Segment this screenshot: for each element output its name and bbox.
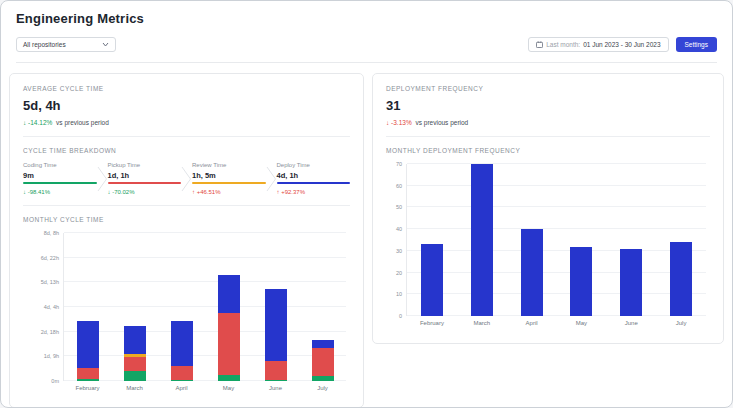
- y-axis-tick: 70: [396, 161, 402, 167]
- monthly-cycle-time-plot: 0m1d, 9h2d, 18h4d, 4h5d, 13h6d, 22h8d, 8…: [63, 233, 346, 381]
- delta-change: ↓ -14.12%: [23, 119, 52, 126]
- breakdown-stage-coding-time: Coding Time9m↓ -98.41%: [23, 162, 97, 195]
- bar-segment: [421, 244, 443, 316]
- average-cycle-time-delta: ↓ -14.12% vs previous period: [23, 119, 350, 126]
- average-cycle-time-title: Average Cycle Time: [23, 85, 350, 92]
- gridline: [407, 250, 706, 251]
- stage-underline: [23, 182, 97, 184]
- stage-label: Pickup Time: [108, 162, 182, 168]
- x-axis-label: March: [126, 385, 143, 391]
- repository-filter-select[interactable]: All repositories: [16, 37, 116, 52]
- bar-segment-coding-time: [171, 380, 193, 381]
- header: Engineering Metrics All repositories Las…: [1, 1, 732, 63]
- gridline: [64, 257, 346, 258]
- bar-segment-pickup-time: [312, 348, 334, 376]
- gridline: [64, 232, 346, 233]
- breakdown-stage-deploy-time: Deploy Time4d, 1h↑ +92.37%: [277, 162, 351, 195]
- chevron-right-icon: [181, 162, 192, 195]
- bar-february[interactable]: [421, 164, 443, 316]
- bar-segment-pickup-time: [265, 361, 287, 380]
- stage-value: 9m: [23, 171, 97, 180]
- bar-june[interactable]: [620, 164, 642, 316]
- deployment-frequency-title: Deployment Frequency: [386, 85, 710, 92]
- stage-delta: ↑ +46.51%: [192, 189, 266, 195]
- y-axis-tick: 5d, 13h: [41, 279, 59, 285]
- bar-segment: [670, 242, 692, 316]
- bar-july[interactable]: [312, 233, 334, 381]
- stage-label: Deploy Time: [277, 162, 351, 168]
- y-axis-tick: 20: [396, 270, 402, 276]
- main-content: Average Cycle Time 5d, 4h ↓ -14.12% vs p…: [1, 63, 732, 408]
- stage-delta: ↓ -70.02%: [108, 189, 182, 195]
- stage-label: Review Time: [192, 162, 266, 168]
- x-axis-label: May: [576, 320, 587, 326]
- cycle-time-breakdown-row: Coding Time9m↓ -98.41%Pickup Time1d, 1h↓…: [23, 162, 350, 195]
- bar-segment-coding-time: [218, 375, 240, 381]
- settings-button[interactable]: Settings: [676, 37, 718, 52]
- y-axis-tick: 0: [399, 313, 402, 319]
- gridline: [407, 185, 706, 186]
- deployment-frequency-card: Deployment Frequency 31 ↓ -3.13% vs prev…: [372, 73, 724, 344]
- bar-segment: [471, 164, 493, 316]
- delta-suffix: vs previous period: [415, 119, 468, 126]
- bar-segment: [570, 247, 592, 316]
- bar-march[interactable]: [124, 233, 146, 381]
- stage-underline: [192, 182, 266, 184]
- bar-may[interactable]: [570, 164, 592, 316]
- bar-may[interactable]: [218, 233, 240, 381]
- stage-label: Coding Time: [23, 162, 97, 168]
- engineering-metrics-window: Engineering Metrics All repositories Las…: [0, 0, 733, 408]
- calendar-icon: [536, 41, 543, 48]
- gridline: [407, 228, 706, 229]
- x-axis-label: June: [269, 385, 282, 391]
- date-range-prefix: Last month:: [546, 41, 580, 48]
- gridline: [407, 315, 706, 316]
- delta-suffix: vs previous period: [56, 119, 109, 126]
- monthly-cycle-time-chart: 0m1d, 9h2d, 18h4d, 4h5d, 13h6d, 22h8d, 8…: [23, 228, 350, 396]
- stage-value: 1h, 5m: [192, 171, 266, 180]
- stage-delta: ↓ -98.41%: [23, 189, 97, 195]
- bar-segment-coding-time: [124, 371, 146, 381]
- bar-april[interactable]: [521, 164, 543, 316]
- gridline: [64, 306, 346, 307]
- gridline: [64, 331, 346, 332]
- gridline: [407, 293, 706, 294]
- bar-segment-pickup-time: [171, 366, 193, 379]
- stage-value: 4d, 1h: [277, 171, 351, 180]
- cycle-time-card: Average Cycle Time 5d, 4h ↓ -14.12% vs p…: [9, 73, 364, 408]
- bar-march[interactable]: [471, 164, 493, 316]
- y-axis-tick: 10: [396, 291, 402, 297]
- bar-segment-pickup-time: [218, 313, 240, 375]
- toolbar-right: Last month: 01 Jun 2023 - 30 Jun 2023 Se…: [528, 37, 717, 52]
- average-cycle-time-value: 5d, 4h: [23, 98, 350, 113]
- bar-june[interactable]: [265, 233, 287, 381]
- bar-segment: [521, 229, 543, 316]
- y-axis-tick: 6d, 22h: [41, 255, 59, 261]
- y-axis-tick: 8d, 8h: [44, 230, 59, 236]
- x-axis-label: May: [223, 385, 234, 391]
- stage-underline: [277, 182, 351, 184]
- bar-april[interactable]: [171, 233, 193, 381]
- chevron-down-icon: [102, 42, 109, 47]
- toolbar: All repositories Last month: 01 Jun 2023…: [16, 37, 717, 52]
- bar-segment: [620, 249, 642, 316]
- bar-segment-deploy-time: [312, 340, 334, 348]
- bar-february[interactable]: [77, 233, 99, 381]
- x-axis-label: February: [420, 320, 444, 326]
- bar-july[interactable]: [670, 164, 692, 316]
- x-axis-label: July: [317, 385, 328, 391]
- deployment-frequency-delta: ↓ -3.13% vs previous period: [386, 119, 710, 126]
- deployment-frequency-value: 31: [386, 98, 710, 113]
- x-axis-label: July: [676, 320, 687, 326]
- y-axis-tick: 40: [396, 226, 402, 232]
- bar-segment-deploy-time: [124, 326, 146, 354]
- bar-segment-pickup-time: [77, 368, 99, 378]
- section-divider: [386, 136, 710, 137]
- gridline: [407, 163, 706, 164]
- y-axis-tick: 30: [396, 248, 402, 254]
- y-axis-tick: 50: [396, 204, 402, 210]
- x-axis-label: June: [625, 320, 638, 326]
- x-axis-label: February: [75, 385, 99, 391]
- bar-segment-coding-time: [77, 379, 99, 381]
- date-range-picker[interactable]: Last month: 01 Jun 2023 - 30 Jun 2023: [528, 37, 668, 52]
